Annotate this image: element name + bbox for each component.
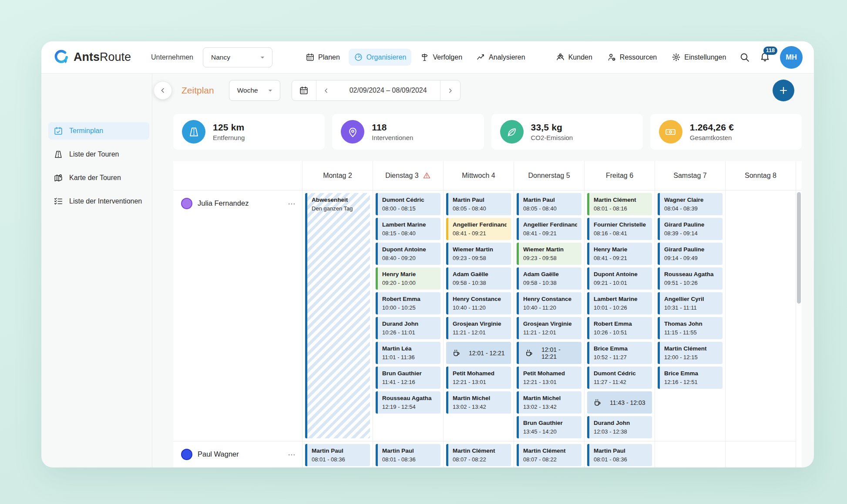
visit-event[interactable]: Wiemer Martin 09:23 - 09:58 — [446, 243, 511, 265]
visit-event[interactable]: Adam Gaëlle 09:58 - 10:38 — [446, 267, 511, 290]
visit-event[interactable]: Durand John 12:03 - 12:38 — [587, 416, 652, 438]
visit-event[interactable]: Martin Léa 11:01 - 11:36 — [376, 342, 440, 364]
break-event[interactable]: 12:01 - 12:21 — [517, 342, 581, 364]
visit-event[interactable]: Dupont Antoine 09:21 - 10:01 — [587, 267, 652, 290]
sidebar-item-liste-der-interventionen[interactable]: Liste der Interventionen — [48, 193, 149, 210]
visit-event[interactable]: Grosjean Virginie 11:21 - 12:01 — [446, 317, 511, 339]
previous-week-button[interactable] — [316, 80, 336, 100]
visit-event[interactable]: Martin Paul 08:05 - 08:40 — [446, 193, 511, 215]
visit-event[interactable]: Angellier Ferdinand 08:41 - 09:21 — [446, 218, 511, 240]
visit-event[interactable]: Rousseau Agatha 09:51 - 10:26 — [658, 267, 723, 290]
visit-event[interactable]: Henry Marie 09:20 - 10:00 — [376, 267, 440, 290]
day-cell-samstag-7: Wagner Claire 08:04 - 08:39 Girard Pauli… — [655, 190, 726, 441]
event-time: 08:01 - 08:36 — [382, 456, 436, 463]
visit-event[interactable]: Adam Gaëlle 09:58 - 10:38 — [517, 267, 581, 290]
visit-event[interactable]: Thomas John 11:15 - 11:55 — [658, 317, 723, 339]
visit-event[interactable]: Robert Emma 10:00 - 10:25 — [376, 292, 440, 314]
event-time: 08:00 - 08:15 — [382, 205, 436, 212]
nav-tab-ressourcen[interactable]: Ressourcen — [602, 49, 662, 66]
user-avatar[interactable]: MH — [780, 46, 803, 69]
pin-icon — [341, 120, 364, 144]
visit-event[interactable]: Brice Emma 10:52 - 11:27 — [587, 342, 652, 364]
visit-event[interactable]: Girard Pauline 08:39 - 09:14 — [658, 218, 723, 240]
event-name: Durand John — [382, 320, 436, 328]
visit-event[interactable]: Petit Mohamed 12:21 - 13:01 — [446, 367, 511, 389]
event-time: 13:45 - 14:20 — [523, 428, 577, 435]
row-menu-button[interactable] — [287, 200, 296, 208]
open-datepicker-button[interactable] — [292, 80, 316, 100]
day-cell-freitag-6: Martin Paul 08:01 - 08:36 — [585, 441, 655, 467]
next-week-button[interactable] — [440, 80, 460, 100]
absence-event[interactable]: Abwesenheit Den ganzen Tag — [305, 193, 370, 438]
event-time: 12:00 - 12:15 — [664, 354, 718, 361]
event-name: Girard Pauline — [664, 246, 718, 254]
event-time: 12:01 - 12:21 — [541, 346, 576, 360]
add-button[interactable] — [773, 80, 794, 101]
visit-event[interactable]: Petit Mohamed 12:21 - 13:01 — [517, 367, 581, 389]
date-range-label: 02/09/2024 – 08/09/2024 — [336, 80, 440, 100]
chevron-down-icon — [258, 53, 267, 62]
sidebar-item-terminplan[interactable]: Terminplan — [48, 122, 149, 140]
visit-event[interactable]: Martin Clément 08:07 - 08:22 — [517, 444, 581, 466]
row-menu-button[interactable] — [287, 451, 296, 459]
visit-event[interactable]: Martin Michel 13:02 - 13:42 — [517, 391, 581, 414]
vertical-scrollbar[interactable] — [797, 192, 801, 304]
visit-event[interactable]: Martin Clément 08:01 - 08:16 — [587, 193, 652, 215]
visit-event[interactable]: Martin Paul 08:05 - 08:40 — [517, 193, 581, 215]
visit-event[interactable]: Robert Emma 10:26 - 10:51 — [587, 317, 652, 339]
event-time: 11:15 - 11:55 — [664, 329, 718, 336]
visit-event[interactable]: Grosjean Virginie 11:21 - 12:01 — [517, 317, 581, 339]
visit-event[interactable]: Henry Marie 08:41 - 09:21 — [587, 243, 652, 265]
search-button[interactable] — [739, 52, 750, 63]
stat-card-co2-emission: 33,5 kg CO2-Emission — [491, 114, 643, 150]
visit-event[interactable]: Lambert Marine 08:15 - 08:40 — [376, 218, 440, 240]
visit-event[interactable]: Wiemer Martin 09:23 - 09:58 — [517, 243, 581, 265]
visit-event[interactable]: Fournier Christelle 08:16 - 08:41 — [587, 218, 652, 240]
visit-event[interactable]: Lambert Marine 10:01 - 10:26 — [587, 292, 652, 314]
nav-tab-verfolgen[interactable]: Verfolgen — [415, 49, 467, 66]
visit-event[interactable]: Durand John 10:26 - 11:01 — [376, 317, 440, 339]
person-gear-icon — [607, 53, 616, 62]
sidebar-item-karte-der-touren[interactable]: Karte der Touren — [48, 169, 149, 187]
stat-label: Gesamtkosten — [690, 134, 734, 141]
visit-event[interactable]: Martin Michel 13:02 - 13:42 — [446, 391, 511, 414]
event-time: 08:01 - 08:16 — [594, 205, 648, 212]
nav-tab-einstellungen[interactable]: Einstellungen — [666, 49, 731, 66]
event-time: 08:05 - 08:40 — [453, 205, 507, 212]
company-select[interactable]: Nancy — [203, 47, 272, 67]
view-select[interactable]: Woche — [229, 80, 280, 101]
visit-event[interactable]: Martin Clément 12:00 - 12:15 — [658, 342, 723, 364]
warning-icon[interactable] — [423, 171, 431, 180]
nav-tab-analysieren[interactable]: Analysieren — [471, 49, 531, 66]
visit-event[interactable]: Martin Paul 08:01 - 08:36 — [587, 444, 652, 466]
notifications-button[interactable]: 118 — [760, 51, 770, 63]
break-event[interactable]: 12:01 - 12:21 — [446, 342, 511, 364]
visit-event[interactable]: Henry Constance 10:40 - 11:20 — [517, 292, 581, 314]
nav-tab-planen[interactable]: Planen — [300, 49, 345, 66]
visit-event[interactable]: Angellier Ferdinand 08:41 - 09:21 — [517, 218, 581, 240]
visit-event[interactable]: Brice Emma 12:16 - 12:51 — [658, 367, 723, 389]
visit-event[interactable]: Brun Gauthier 13:45 - 14:20 — [517, 416, 581, 438]
visit-event[interactable]: Rousseau Agatha 12:19 - 12:54 — [376, 391, 440, 414]
visit-event[interactable]: Girard Pauline 09:14 - 09:49 — [658, 243, 723, 265]
nav-tab-kunden[interactable]: Kunden — [551, 49, 598, 66]
visit-event[interactable]: Angellier Cyril 10:31 - 11:11 — [658, 292, 723, 314]
collapse-sidebar-button[interactable] — [154, 81, 172, 100]
visit-event[interactable]: Henry Constance 10:40 - 11:20 — [446, 292, 511, 314]
event-time: 08:15 - 08:40 — [382, 230, 436, 237]
visit-event[interactable]: Dumont Cédric 08:00 - 08:15 — [376, 193, 440, 215]
visit-event[interactable]: Brun Gauthier 11:41 - 12:16 — [376, 367, 440, 389]
content-area: TerminplanListe der TourenKarte der Tour… — [41, 73, 814, 467]
sidebar-item-liste-der-touren[interactable]: Liste der Touren — [48, 146, 149, 163]
visit-event[interactable]: Martin Paul 08:01 - 08:36 — [376, 444, 440, 466]
visit-event[interactable]: Martin Clément 08:07 - 08:22 — [446, 444, 511, 466]
visit-event[interactable]: Dumont Cédric 11:27 - 11:42 — [587, 367, 652, 389]
resource-name: Julia Fernandez — [198, 198, 282, 207]
nav-tab-organisieren[interactable]: Organisieren — [349, 49, 412, 66]
app-logo[interactable]: AntsRoute — [53, 49, 131, 66]
resource-name: Paul Wagner — [198, 449, 282, 458]
visit-event[interactable]: Wagner Claire 08:04 - 08:39 — [658, 193, 723, 215]
visit-event[interactable]: Martin Paul 08:01 - 08:36 — [305, 444, 370, 466]
visit-event[interactable]: Dupont Antoine 08:40 - 09:20 — [376, 243, 440, 265]
break-event[interactable]: 11:43 - 12:03 — [587, 391, 652, 414]
